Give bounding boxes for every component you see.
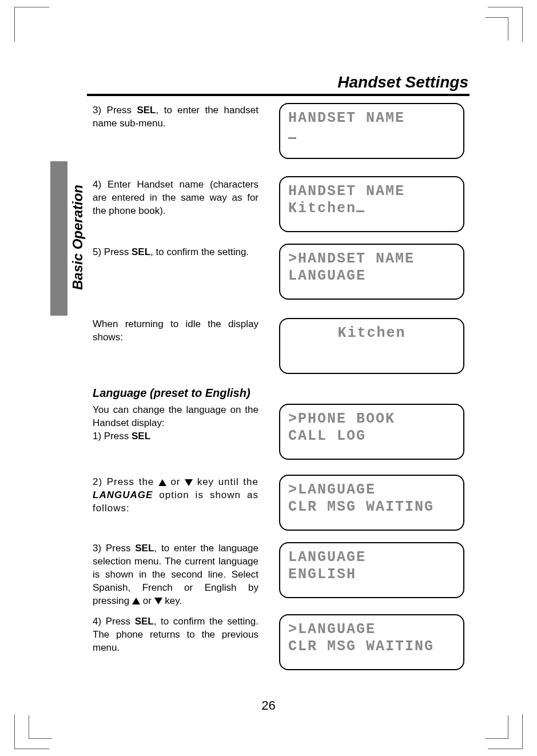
idle-note: When returning to idle the display shows… xyxy=(93,318,258,344)
lcd-line: HANDSET NAME xyxy=(288,110,455,127)
lcd-line: LANGUAGE xyxy=(288,549,455,566)
side-tab-label: Basic Operation xyxy=(70,185,86,290)
page-number: 26 xyxy=(0,698,537,713)
lcd-line: ENGLISH xyxy=(288,566,455,583)
language-step-4: 4) Press SEL, to confirm the setting. Th… xyxy=(93,615,258,655)
lcd-line: CALL LOG xyxy=(288,428,455,445)
arrow-up-icon xyxy=(158,479,166,486)
lcd-display-1: HANDSET NAME xyxy=(279,103,464,159)
crop-mark xyxy=(14,7,49,42)
lcd-line: >LANGUAGE xyxy=(288,482,455,499)
step-5-text: 5) Press SEL, to confirm the setting. xyxy=(93,246,258,259)
lcd-display-7: LANGUAGE ENGLISH xyxy=(279,542,464,598)
lcd-line: LANGUAGE xyxy=(288,268,455,285)
lcd-display-2: HANDSET NAME Kitchen xyxy=(279,176,464,232)
lcd-line: CLR MSG WAITING xyxy=(288,499,455,516)
language-intro: You can change the language on the Hands… xyxy=(93,404,258,443)
step-4-text: 4) Enter Handset name (characters are en… xyxy=(93,178,258,218)
language-step-2: 2) Press the or key until the LANGUAGE o… xyxy=(93,476,258,515)
page-title: Handset Settings xyxy=(337,73,468,91)
arrow-down-icon xyxy=(154,598,162,604)
lcd-display-4: Kitchen xyxy=(279,318,464,374)
lcd-line: HANDSET NAME xyxy=(288,183,455,200)
step-3-text: 3) Press SEL, to enter the handset name … xyxy=(93,104,258,130)
crop-mark xyxy=(485,715,508,739)
crop-mark xyxy=(485,17,508,41)
lcd-line: Kitchen xyxy=(288,325,455,342)
lcd-line xyxy=(288,127,455,144)
language-heading: Language (preset to English) xyxy=(93,387,250,400)
arrow-up-icon xyxy=(132,598,140,604)
crop-mark xyxy=(29,715,52,739)
arrow-down-icon xyxy=(185,479,193,486)
lcd-display-6: >LANGUAGE CLR MSG WAITING xyxy=(279,475,464,531)
divider xyxy=(87,94,470,96)
lcd-line: CLR MSG WAITING xyxy=(288,638,455,655)
language-step-3: 3) Press SEL, to enter the language sele… xyxy=(93,542,258,608)
lcd-display-3: >HANDSET NAME LANGUAGE xyxy=(279,244,464,300)
lcd-line: >PHONE BOOK xyxy=(288,411,455,428)
lcd-display-5: >PHONE BOOK CALL LOG xyxy=(279,404,464,460)
lcd-line: >HANDSET NAME xyxy=(288,250,455,268)
lcd-display-8: >LANGUAGE CLR MSG WAITING xyxy=(279,614,464,670)
lcd-line: >LANGUAGE xyxy=(288,621,455,638)
side-tab: Basic Operation xyxy=(63,166,93,309)
lcd-line: Kitchen xyxy=(288,200,455,217)
